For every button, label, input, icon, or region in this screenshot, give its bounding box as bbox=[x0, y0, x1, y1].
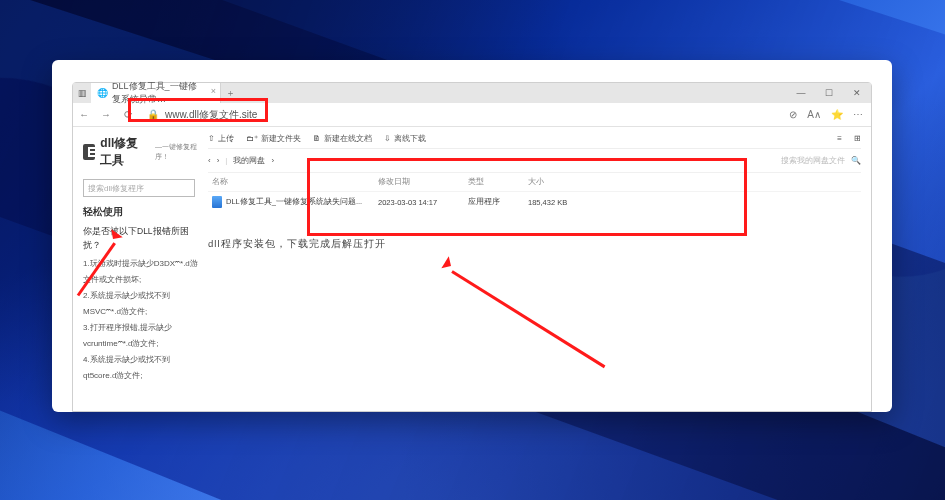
lock-icon: 🔒 bbox=[147, 109, 159, 120]
brand-title: dll修复工具 bbox=[100, 135, 148, 169]
brand-logo-icon bbox=[83, 144, 95, 160]
panel-toolbar: ⇧上传 🗀⁺新建文件夹 🗎新建在线文档 ⇩离线下载 ≡ ⊞ bbox=[208, 133, 861, 149]
sidebar-question: 你是否被以下DLL报错所困扰？ bbox=[83, 225, 198, 252]
folder-plus-icon: 🗀⁺ bbox=[246, 134, 258, 143]
reload-button[interactable]: ⟳ bbox=[117, 109, 139, 120]
maximize-button[interactable]: ☐ bbox=[815, 83, 843, 103]
read-aloud-icon[interactable]: A∧ bbox=[807, 109, 821, 120]
url-box[interactable]: 🔒 www.dll修复文件.site bbox=[139, 106, 789, 124]
list-item: 3.打开程序报错,提示缺少 vcruntimeᵐ*.d游文件; bbox=[83, 320, 198, 352]
grid-view-icon[interactable]: ⊞ bbox=[854, 134, 861, 143]
block-icon[interactable]: ⊘ bbox=[789, 109, 797, 120]
url-text: www.dll修复文件.site bbox=[165, 108, 257, 122]
back-button[interactable]: ← bbox=[73, 109, 95, 120]
symptom-list: 1.玩游戏时提示缺少D3DXᵐ*.d游文件或文件损坏; 2.系统提示缺少或找不到… bbox=[83, 256, 198, 384]
list-view-icon[interactable]: ≡ bbox=[837, 134, 842, 143]
toolbar-right: ⊘ A∧ ⭐ ⋯ bbox=[789, 109, 863, 120]
globe-icon: 🌐 bbox=[97, 88, 108, 98]
btn-label: 上传 bbox=[218, 133, 234, 144]
tab-title: DLL修复工具_一键修复系统异常… bbox=[112, 80, 202, 106]
download-button[interactable]: ⇩离线下载 bbox=[384, 133, 426, 144]
page-content: dll修复工具 —一键修复程序！ 搜索dll修复程序 轻松使用 你是否被以下DL… bbox=[73, 127, 871, 411]
browser-tab[interactable]: 🌐 DLL修复工具_一键修复系统异常… × bbox=[91, 83, 221, 103]
search-icon[interactable]: 🔍 bbox=[851, 156, 861, 165]
new-doc-button[interactable]: 🗎新建在线文档 bbox=[313, 133, 372, 144]
minimize-button[interactable]: — bbox=[787, 83, 815, 103]
table-header: 名称 修改日期 类型 大小 bbox=[208, 173, 861, 192]
menu-icon[interactable]: ⋯ bbox=[853, 109, 863, 120]
cloud-panel: ⇧上传 🗀⁺新建文件夹 🗎新建在线文档 ⇩离线下载 ≡ ⊞ ‹ › | 我的网盘… bbox=[198, 127, 871, 411]
site-sidebar: dll修复工具 —一键修复程序！ 搜索dll修复程序 轻松使用 你是否被以下DL… bbox=[73, 127, 198, 411]
brand-subtitle: —一键修复程序！ bbox=[155, 142, 198, 162]
new-folder-button[interactable]: 🗀⁺新建文件夹 bbox=[246, 133, 301, 144]
panel-message: dll程序安装包，下载完成后解压打开 bbox=[208, 238, 861, 251]
col-type[interactable]: 类型 bbox=[468, 177, 528, 187]
exe-file-icon bbox=[212, 196, 222, 208]
window-controls: — ☐ ✕ bbox=[787, 83, 871, 103]
favorites-icon[interactable]: ⭐ bbox=[831, 109, 843, 120]
upload-icon: ⇧ bbox=[208, 134, 215, 143]
site-brand: dll修复工具 —一键修复程序！ bbox=[83, 135, 198, 169]
doc-icon: 🗎 bbox=[313, 134, 321, 143]
crumb-label[interactable]: 我的网盘 bbox=[233, 155, 265, 166]
col-name[interactable]: 名称 bbox=[208, 177, 378, 187]
col-size[interactable]: 大小 bbox=[528, 177, 598, 187]
breadcrumb: ‹ › | 我的网盘 › 搜索我的网盘文件 🔍 bbox=[208, 149, 861, 173]
download-icon: ⇩ bbox=[384, 134, 391, 143]
table-row[interactable]: DLL修复工具_一键修复系统缺失问题... 2023-03-03 14:17 应… bbox=[208, 192, 861, 212]
search-placeholder: 搜索dll修复程序 bbox=[88, 183, 144, 194]
btn-label: 新建在线文档 bbox=[324, 133, 372, 144]
browser-address-bar: ← → ⟳ 🔒 www.dll修复文件.site ⊘ A∧ ⭐ ⋯ bbox=[73, 103, 871, 127]
new-tab-button[interactable]: ＋ bbox=[221, 87, 239, 100]
crumb-forward[interactable]: › bbox=[217, 156, 220, 165]
col-date[interactable]: 修改日期 bbox=[378, 177, 468, 187]
list-item: 4.系统提示缺少或找不到 qt5core.d游文件; bbox=[83, 352, 198, 384]
browser-window: ▥ 🌐 DLL修复工具_一键修复系统异常… × ＋ — ☐ ✕ ← → ⟳ 🔒 … bbox=[72, 82, 872, 412]
file-date: 2023-03-03 14:17 bbox=[378, 198, 468, 207]
chevron-right-icon: › bbox=[271, 156, 274, 165]
browser-tab-bar: ▥ 🌐 DLL修复工具_一键修复系统异常… × ＋ — ☐ ✕ bbox=[73, 83, 871, 103]
file-type: 应用程序 bbox=[468, 197, 528, 207]
panel-search[interactable]: 搜索我的网盘文件 bbox=[781, 155, 845, 166]
forward-button[interactable]: → bbox=[95, 109, 117, 120]
file-size: 185,432 KB bbox=[528, 198, 598, 207]
btn-label: 新建文件夹 bbox=[261, 133, 301, 144]
site-search-input[interactable]: 搜索dll修复程序 bbox=[83, 179, 195, 197]
list-item: 2.系统提示缺少或找不到 MSVCᵐ*.d游文件; bbox=[83, 288, 198, 320]
close-tab-button[interactable]: × bbox=[211, 86, 216, 96]
tab-list-icon[interactable]: ▥ bbox=[73, 84, 91, 102]
close-button[interactable]: ✕ bbox=[843, 83, 871, 103]
screenshot-card: ▥ 🌐 DLL修复工具_一键修复系统异常… × ＋ — ☐ ✕ ← → ⟳ 🔒 … bbox=[52, 60, 892, 412]
btn-label: 离线下载 bbox=[394, 133, 426, 144]
upload-button[interactable]: ⇧上传 bbox=[208, 133, 234, 144]
crumb-back[interactable]: ‹ bbox=[208, 156, 211, 165]
file-name: DLL修复工具_一键修复系统缺失问题... bbox=[226, 197, 362, 207]
sidebar-heading: 轻松使用 bbox=[83, 205, 198, 219]
